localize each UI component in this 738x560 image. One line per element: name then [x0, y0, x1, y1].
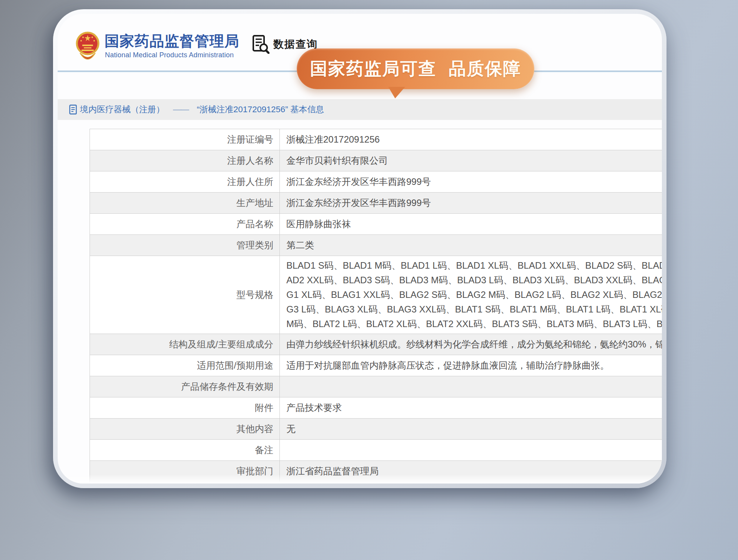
row-label: 结构及组成/主要组成成分 — [90, 334, 280, 355]
row-value: BLAD1 S码、BLAD1 M码、BLAD1 L码、BLAD1 XL码、BLA… — [280, 256, 662, 334]
row-value: 浙械注准20172091256 — [280, 129, 662, 150]
registration-table: 注册证编号 浙械注准20172091256 注册人名称 金华市贝莉针织有限公司 … — [90, 129, 662, 484]
row-label: 附件 — [90, 397, 280, 418]
row-label: 型号规格 — [90, 256, 280, 334]
row-value: 产品技术要求 — [280, 397, 662, 418]
table-row: 审批部门 浙江省药品监督管理局 — [90, 461, 662, 482]
row-value: 第二类 — [280, 235, 662, 256]
table-row: 其他内容 无 — [90, 419, 662, 440]
row-value: 2022-05-10 — [280, 482, 662, 484]
document-icon — [69, 105, 77, 115]
table-row: 生产地址 浙江金东经济开发区华丰西路999号 — [90, 193, 662, 214]
promo-badge-text: 国家药监局可查 品质保障 — [310, 57, 521, 80]
table-row: 产品名称 医用静脉曲张袜 — [90, 214, 662, 235]
row-label: 备注 — [90, 440, 280, 460]
national-emblem-icon — [75, 31, 100, 66]
promo-badge-text-primary: 国家药监局可查 — [310, 57, 437, 80]
row-label: 注册人名称 — [90, 150, 280, 171]
table-row: 附件 产品技术要求 — [90, 397, 662, 419]
table-row: 型号规格 BLAD1 S码、BLAD1 M码、BLAD1 L码、BLAD1 XL… — [90, 256, 662, 334]
row-label: 注册人住所 — [90, 171, 280, 192]
row-label: 产品储存条件及有效期 — [90, 376, 280, 397]
row-label: 注册证编号 — [90, 129, 280, 150]
breadcrumb-category[interactable]: 境内医疗器械（注册） — [80, 104, 165, 115]
table-row: 批准日期 2022-05-10 — [90, 482, 662, 484]
org-title-en: National Medical Products Administration — [105, 51, 234, 59]
org-title-cn: 国家药品监督管理局 — [105, 32, 239, 51]
row-label: 产品名称 — [90, 214, 280, 234]
row-value — [280, 376, 662, 397]
row-value: 浙江金东经济开发区华丰西路999号 — [280, 193, 662, 213]
breadcrumb-separator: —— — [173, 105, 188, 115]
table-row: 结构及组成/主要组成成分 由弹力纱线经针织袜机织成。纱线材料为化学合成纤维，成分… — [90, 334, 662, 355]
table-row: 适用范围/预期用途 适用于对抗腿部血管内静脉高压状态，促进静脉血液回流，辅助治疗… — [90, 355, 662, 376]
document-magnifier-icon — [252, 35, 269, 54]
table-row: 备注 — [90, 440, 662, 461]
promo-badge-text-secondary: 品质保障 — [449, 57, 521, 80]
row-label: 生产地址 — [90, 193, 280, 213]
promo-badge: 国家药监局可查 品质保障 — [297, 48, 534, 89]
row-value: 适用于对抗腿部血管内静脉高压状态，促进静脉血液回流，辅助治疗静脉曲张。 — [280, 355, 662, 376]
row-value — [280, 440, 662, 460]
table-row: 注册人住所 浙江金东经济开发区华丰西路999号 — [90, 171, 662, 193]
row-value: 金华市贝莉针织有限公司 — [280, 150, 662, 171]
row-label: 批准日期 — [90, 482, 280, 484]
breadcrumb: 境内医疗器械（注册） —— “浙械注准20172091256” 基本信息 — [69, 99, 324, 120]
row-value: 无 — [280, 419, 662, 439]
row-value: 由弹力纱线经针织袜机织成。纱线材料为化学合成纤维，成分为氨纶和锦纶，氨纶约30%… — [280, 334, 662, 355]
row-label: 管理类别 — [90, 235, 280, 256]
row-label: 适用范围/预期用途 — [90, 355, 280, 376]
table-row: 管理类别 第二类 — [90, 235, 662, 256]
breadcrumb-detail: “浙械注准20172091256” 基本信息 — [197, 104, 324, 115]
page-background: 国家药品监督管理局 National Medical Products Admi… — [0, 0, 738, 560]
table-row: 注册证编号 浙械注准20172091256 — [90, 129, 662, 150]
row-label: 其他内容 — [90, 419, 280, 439]
breadcrumb-bar: 境内医疗器械（注册） —— “浙械注准20172091256” 基本信息 — [58, 99, 662, 120]
row-value: 医用静脉曲张袜 — [280, 214, 662, 234]
row-value: 浙江金东经济开发区华丰西路999号 — [280, 171, 662, 192]
row-label: 审批部门 — [90, 461, 280, 482]
table-row: 注册人名称 金华市贝莉针织有限公司 — [90, 150, 662, 171]
row-value: 浙江省药品监督管理局 — [280, 461, 662, 482]
table-row: 产品储存条件及有效期 — [90, 376, 662, 397]
